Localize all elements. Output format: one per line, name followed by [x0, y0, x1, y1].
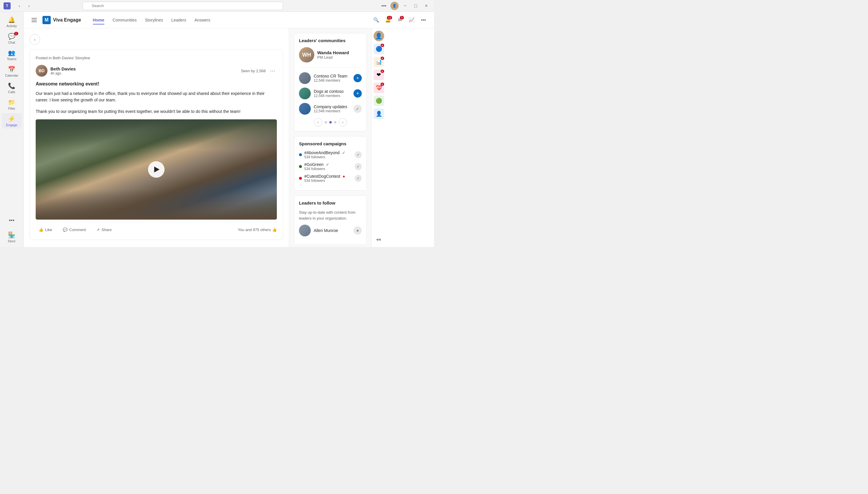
sidebar-item-calendar[interactable]: 📅 Calendar — [2, 64, 22, 79]
mail-badge: 5 — [400, 16, 404, 19]
search-input[interactable] — [82, 2, 283, 10]
thumbs-up-icon: 👍 — [272, 228, 277, 232]
nav-item-storylines[interactable]: Storylines — [141, 16, 166, 24]
rs-app-icon-2: 📊 — [376, 59, 382, 65]
notifications-badge: 12 — [387, 16, 392, 19]
carousel-dot-1[interactable] — [329, 121, 332, 124]
rs-app-2[interactable]: 📊 ● — [374, 57, 384, 67]
engage-icon: ⚡ — [8, 115, 15, 122]
community-name-0: Contoso CR Team — [314, 74, 351, 78]
community-check-button-2[interactable]: ✓ — [354, 104, 362, 113]
rs-app-6[interactable]: 👤 — [374, 109, 384, 119]
header-chart-button[interactable]: 📈 — [407, 15, 416, 25]
leader-close-button[interactable]: × — [354, 226, 362, 235]
featured-person[interactable]: WH Wanda Howard PM Lead — [299, 47, 362, 68]
campaign-check-0[interactable]: ✓ — [355, 151, 362, 158]
post-breadcrumb: Posted in Beth Davies' Storyline — [36, 56, 277, 60]
leaders-communities-section: Leaders' communities WH Wanda Howard PM … — [294, 33, 367, 131]
app-layout: 🔔 Activity 💬 1 Chat 👥 Teams 📅 Calendar 📞… — [0, 12, 434, 247]
engage-section: M Viva Engage Home Communities Storyline… — [24, 12, 434, 247]
share-icon: ↗ — [96, 228, 100, 232]
community-avatar-0 — [299, 72, 311, 84]
rs-app-icon-4: 💝 — [376, 84, 382, 91]
community-name-1: Dogs at contoso — [314, 89, 351, 94]
header-notifications-button[interactable]: 🔔 12 — [383, 15, 393, 25]
rs-app-3[interactable]: ❤ ● — [374, 70, 384, 80]
post-body-1: Our team just had a networking in the of… — [36, 90, 277, 103]
header-more-button[interactable]: ••• — [419, 15, 428, 25]
community-item-2[interactable]: Company updates 12,548 members ✓ — [299, 103, 362, 115]
carousel-dot-2[interactable] — [334, 121, 336, 124]
campaign-dot-0 — [299, 153, 302, 156]
search-icon: 🔍 — [373, 17, 379, 23]
sidebar-item-engage[interactable]: ⚡ Engage — [2, 113, 22, 129]
rs-avatar[interactable]: 👤 — [374, 31, 384, 41]
hamburger-line — [32, 18, 37, 19]
community-name-2: Company updates — [314, 104, 351, 109]
header-search-button[interactable]: 🔍 — [372, 15, 381, 25]
hamburger-button[interactable] — [30, 15, 39, 25]
engage-logo-icon: M — [42, 16, 51, 24]
post-reactions-count: You and 975 others 👍 — [238, 228, 277, 232]
campaign-dot-2 — [299, 177, 302, 180]
nav-item-home[interactable]: Home — [89, 16, 108, 24]
campaign-check-2[interactable]: ✓ — [355, 175, 362, 182]
community-add-button-1[interactable]: + — [354, 89, 362, 98]
forward-nav-button[interactable]: › — [25, 2, 33, 10]
community-item-0[interactable]: Contoso CR Team 12,548 members + — [299, 72, 362, 84]
rs-app-4[interactable]: 💝 ● — [374, 82, 384, 93]
rs-app-badge-2: ● — [381, 57, 384, 60]
verified-icon-2: ● — [343, 174, 345, 178]
leader-avatar — [299, 225, 311, 236]
header-mail-button[interactable]: ✉ 5 — [395, 15, 404, 25]
nav-item-answers[interactable]: Answers — [191, 16, 214, 24]
carousel-next-button[interactable]: › — [339, 118, 347, 127]
campaign-item-0[interactable]: #AboveAndBeyond ✓ 534 followers ✓ — [299, 150, 362, 159]
carousel-dot-0[interactable] — [325, 121, 327, 124]
sidebar-item-files[interactable]: 📁 Files — [2, 97, 22, 112]
share-button[interactable]: ↗ Share — [93, 226, 115, 234]
campaign-check-1[interactable]: ✓ — [355, 163, 362, 170]
campaign-item-1[interactable]: #GoGreen ✓ 534 followers ✓ — [299, 162, 362, 171]
sidebar-item-chat[interactable]: 💬 1 Chat — [2, 31, 22, 46]
post-video[interactable] — [36, 119, 277, 220]
rs-app-icon-1: 🔵 — [376, 46, 382, 52]
carousel-prev-button[interactable]: ‹ — [314, 118, 322, 127]
rs-user-icon: 👤 — [375, 33, 382, 39]
leaders-communities-title: Leaders' communities — [299, 38, 362, 43]
main-content: ‹ Posted in Beth Davies' Storyline BD Be… — [24, 28, 434, 247]
rs-collapse-button[interactable]: «« — [374, 234, 384, 245]
more-options-button[interactable]: ••• — [380, 2, 388, 10]
close-button[interactable]: × — [422, 2, 431, 10]
sidebar-item-activity[interactable]: 🔔 Activity — [2, 14, 22, 30]
play-button[interactable] — [148, 161, 165, 178]
community-members-1: 12,548 members — [314, 94, 351, 98]
community-add-button-0[interactable]: + — [354, 74, 362, 82]
sidebar-item-store[interactable]: 🏪 Store — [2, 229, 22, 245]
sidebar-item-more[interactable]: ••• — [2, 213, 22, 228]
sidebar-item-label: Calendar — [5, 74, 18, 77]
rs-app-1[interactable]: 🔵 ● — [374, 44, 384, 54]
post-more-button[interactable]: ⋯ — [269, 66, 277, 75]
campaign-item-2[interactable]: #CutestDogContest ● 534 followers ✓ — [299, 174, 362, 183]
hamburger-line — [32, 20, 37, 20]
nav-item-communities[interactable]: Communities — [109, 16, 140, 24]
minimize-button[interactable]: − — [401, 2, 409, 10]
back-button[interactable]: ‹ — [30, 34, 40, 45]
rs-app-5[interactable]: 🟢 — [374, 95, 384, 106]
sidebar-item-calls[interactable]: 📞 Calls — [2, 80, 22, 95]
user-avatar[interactable]: 👤 — [390, 2, 399, 10]
maximize-button[interactable]: □ — [412, 2, 420, 10]
sidebar-item-label: Store — [8, 239, 15, 243]
back-nav-button[interactable]: ‹ — [15, 2, 24, 10]
leader-follow-item[interactable]: Allen Munroe × — [299, 225, 362, 236]
campaign-tag-0: #AboveAndBeyond ✓ — [304, 150, 352, 155]
community-item-1[interactable]: Dogs at contoso 12,548 members + — [299, 88, 362, 99]
like-button[interactable]: 👍 Like — [36, 226, 55, 234]
nav-item-leaders[interactable]: Leaders — [168, 16, 190, 24]
sidebar-item-teams[interactable]: 👥 Teams — [2, 47, 22, 62]
files-icon: 📁 — [8, 99, 15, 106]
comment-icon: 💬 — [63, 228, 68, 232]
comment-button[interactable]: 💬 Comment — [60, 226, 89, 234]
right-sidebar: 👤 🔵 ● 📊 ● ❤ ● 💝 — [372, 28, 386, 247]
